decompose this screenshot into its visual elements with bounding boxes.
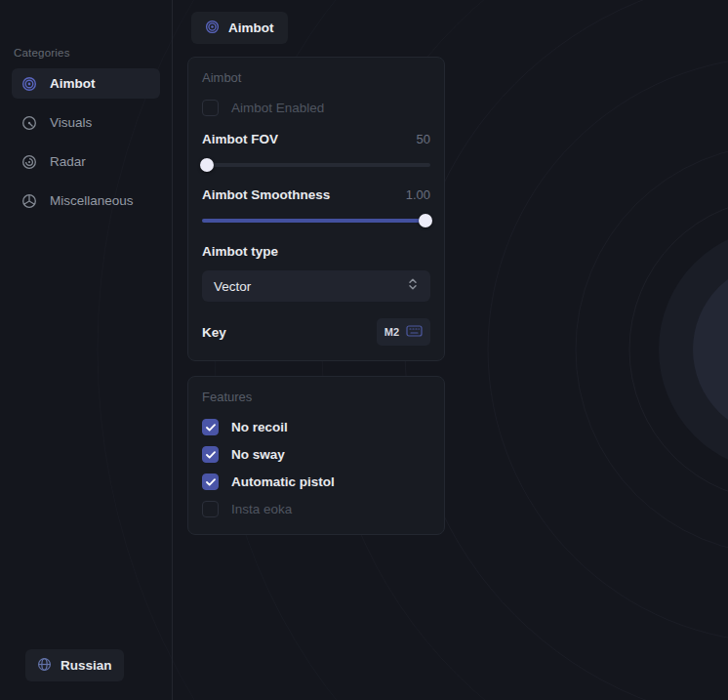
fov-value: 50: [417, 132, 430, 146]
key-binding-button[interactable]: M2: [377, 318, 430, 346]
sidebar: Categories Aimbot Visuals: [0, 0, 173, 700]
sidebar-item-visuals[interactable]: Visuals: [12, 107, 160, 138]
feature-row-no-sway: No sway: [202, 446, 430, 463]
feature-row-no-recoil: No recoil: [202, 419, 430, 435]
key-label: Key: [202, 325, 226, 340]
main-content: Aimbot Aimbot Aimbot Enabled Aimbot FOV …: [173, 0, 728, 700]
sidebar-item-radar[interactable]: Radar: [12, 146, 160, 177]
panel-title: Features: [202, 390, 430, 404]
smoothness-value: 1.00: [406, 187, 430, 202]
tab-aimbot[interactable]: Aimbot: [191, 12, 288, 44]
smoothness-slider-fill: [202, 219, 430, 223]
language-button-label: Russian: [61, 658, 112, 673]
fov-slider-track[interactable]: [202, 163, 430, 167]
key-binding-value: M2: [384, 326, 399, 338]
fov-slider[interactable]: [202, 158, 430, 172]
chevron-up-down-icon: [407, 277, 419, 295]
smoothness-slider[interactable]: [202, 214, 430, 227]
globe-icon: [37, 657, 52, 675]
aimbot-type-label: Aimbot type: [202, 244, 430, 259]
sidebar-item-miscellaneous[interactable]: Miscellaneous: [12, 185, 160, 216]
target-icon: [21, 76, 37, 92]
tab-label: Aimbot: [228, 21, 274, 35]
eye-icon: [21, 115, 37, 131]
feature-label: No recoil: [231, 420, 288, 434]
sidebar-item-aimbot[interactable]: Aimbot: [12, 68, 160, 99]
feature-row-insta-eoka: Insta eoka: [202, 501, 430, 517]
target-icon: [205, 20, 220, 37]
no-sway-checkbox[interactable]: [202, 446, 219, 463]
automatic-pistol-checkbox[interactable]: [202, 474, 219, 490]
insta-eoka-checkbox[interactable]: [202, 501, 219, 517]
panel-title: Aimbot: [202, 70, 430, 85]
language-button[interactable]: Russian: [25, 649, 124, 681]
feature-label: Automatic pistol: [231, 474, 335, 489]
aimbot-enabled-checkbox[interactable]: [202, 100, 219, 116]
sidebar-item-label: Visuals: [50, 115, 92, 130]
feature-label: No sway: [231, 447, 285, 462]
aimbot-panel: Aimbot Aimbot Enabled Aimbot FOV 50 Aimb…: [187, 57, 445, 361]
fov-label: Aimbot FOV: [202, 132, 278, 146]
aimbot-enabled-row: Aimbot Enabled: [202, 100, 430, 116]
sidebar-item-label: Aimbot: [50, 76, 96, 91]
category-nav: Aimbot Visuals Radar: [0, 68, 172, 216]
features-panel: Features No recoil No sway Automatic pis…: [187, 376, 445, 535]
aimbot-type-select[interactable]: Vector: [202, 270, 430, 302]
aimbot-type-selected-value: Vector: [214, 279, 251, 294]
feature-label: Insta eoka: [231, 502, 292, 516]
smoothness-slider-thumb[interactable]: [419, 214, 432, 227]
smoothness-label: Aimbot Smoothness: [202, 187, 330, 202]
sidebar-item-label: Radar: [50, 154, 86, 169]
key-binding-row: Key M2: [202, 318, 430, 346]
no-recoil-checkbox[interactable]: [202, 419, 219, 435]
sidebar-item-label: Miscellaneous: [50, 193, 134, 208]
feature-row-automatic-pistol: Automatic pistol: [202, 474, 430, 490]
categories-section-label: Categories: [14, 47, 158, 59]
keyboard-icon: [406, 323, 423, 341]
aimbot-enabled-label: Aimbot Enabled: [231, 101, 324, 115]
fov-slider-thumb[interactable]: [200, 158, 214, 172]
sphere-icon: [21, 193, 37, 209]
radar-icon: [21, 154, 37, 170]
